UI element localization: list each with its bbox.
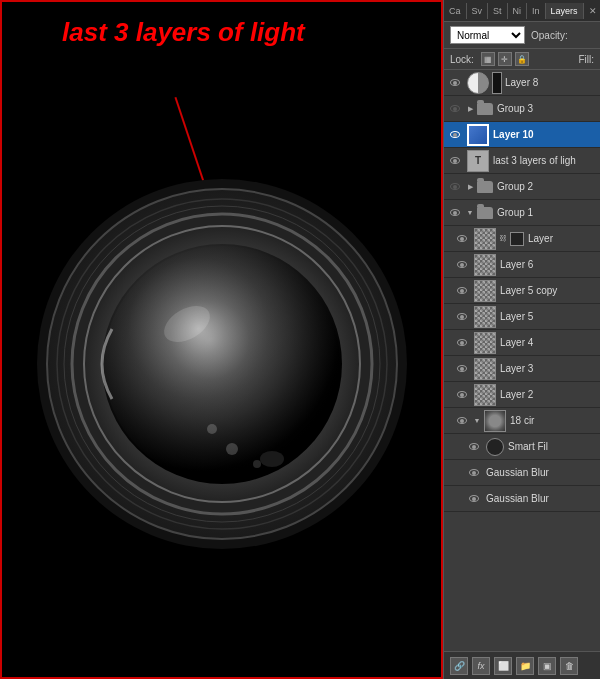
thumb-layer8 [467,72,489,94]
svg-point-6 [104,246,340,482]
eye-icon-group2[interactable] [447,179,463,195]
eye-icon-layer2[interactable] [454,387,470,403]
fx-icon[interactable]: fx [472,657,490,675]
eye-icon-group1[interactable] [447,205,463,221]
eye-icon-layer5[interactable] [454,309,470,325]
eye-icon-linked[interactable] [454,231,470,247]
thumb-layer3 [474,358,496,380]
blend-mode-row: Normal Opacity: [444,22,600,49]
layer-item-smartfil[interactable]: Smart Fil [444,434,600,460]
lens-svg [32,169,412,549]
eye-icon-layer10[interactable] [447,127,463,143]
panel-footer: 🔗 fx ⬜ 📁 ▣ 🗑 [444,651,600,679]
tab-ni[interactable]: Ni [508,3,528,19]
thumb-layer6 [474,254,496,276]
thumb-layer4 [474,332,496,354]
layer-name-layer2: Layer 2 [498,389,597,400]
layer-item-layer5copy[interactable]: Layer 5 copy [444,278,600,304]
expand-group1[interactable]: ▼ [465,208,475,218]
layer-name-18cir: 18 cir [508,415,597,426]
layer-item-linked[interactable]: ⛓ Layer [444,226,600,252]
layer-item-group1[interactable]: ▼ Group 1 [444,200,600,226]
svg-point-8 [260,451,284,467]
eye-icon-gaussian1[interactable] [466,465,482,481]
lock-label: Lock: [450,54,474,65]
layer-name-linked: Layer [526,233,597,244]
eye-icon-group3[interactable] [447,101,463,117]
tab-close[interactable]: ✕ [584,3,600,19]
layer-item-gaussian2[interactable]: Gaussian Blur [444,486,600,512]
link-icon[interactable]: 🔗 [450,657,468,675]
lock-pixels-icon[interactable]: ▦ [481,52,495,66]
thumb2-layer8 [492,72,502,94]
eye-icon-layer5copy[interactable] [454,283,470,299]
layer-name-smartfil: Smart Fil [506,441,597,452]
layer-item-layer6[interactable]: Layer 6 [444,252,600,278]
eye-icon-layer4[interactable] [454,335,470,351]
layer-item-layer2[interactable]: Layer 2 [444,382,600,408]
eye-icon-layer6[interactable] [454,257,470,273]
layer-item-group2[interactable]: ▶ Group 2 [444,174,600,200]
delete-layer-icon[interactable]: 🗑 [560,657,578,675]
layer-item-group3[interactable]: ▶ Group 3 [444,96,600,122]
layer-name-group3: Group 3 [495,103,597,114]
layers-panel: Ca Sv St Ni In Layers ✕ Normal Opacity: … [443,0,600,679]
layer-name-layer8: Layer 8 [503,77,597,88]
layer-name-layer5copy: Layer 5 copy [498,285,597,296]
blend-mode-select[interactable]: Normal [450,26,525,44]
expand-18cir[interactable]: ▼ [472,416,482,426]
eye-icon-layer8[interactable] [447,75,463,91]
tab-sv[interactable]: Sv [467,3,489,19]
new-group-icon[interactable]: 📁 [516,657,534,675]
layer-name-layer4: Layer 4 [498,337,597,348]
annotation-text: last 3 layers of light [62,17,305,48]
fill-label: Fill: [578,54,594,65]
new-layer-icon[interactable]: ▣ [538,657,556,675]
eye-icon-smartfil[interactable] [466,439,482,455]
svg-point-10 [226,443,238,455]
eye-icon-layer3[interactable] [454,361,470,377]
tab-layers[interactable]: Layers [546,3,584,19]
thumb-layer5 [474,306,496,328]
layer-name-layer5: Layer 5 [498,311,597,322]
layer-name-layer10: Layer 10 [491,129,597,140]
layer-name-gaussian1: Gaussian Blur [484,467,597,478]
layer-name-layer6: Layer 6 [498,259,597,270]
layer-item-layer3[interactable]: Layer 3 [444,356,600,382]
layer-name-group1: Group 1 [495,207,597,218]
eye-icon-last3layers[interactable] [447,153,463,169]
thumb-layer5copy [474,280,496,302]
layer-item-layer5[interactable]: Layer 5 [444,304,600,330]
folder-icon-group3 [477,103,493,115]
opacity-label: Opacity: [531,30,568,41]
lock-move-icon[interactable]: ✛ [498,52,512,66]
layer-item-last3layers[interactable]: T last 3 layers of ligh [444,148,600,174]
svg-point-12 [207,424,217,434]
thumb-layer10 [467,124,489,146]
layer-name-gaussian2: Gaussian Blur [484,493,597,504]
thumb2-linked [510,232,524,246]
layer-item-layer10[interactable]: Layer 10 [444,122,600,148]
expand-group2[interactable]: ▶ [465,182,475,192]
tab-ca[interactable]: Ca [444,3,467,19]
mask-icon[interactable]: ⬜ [494,657,512,675]
thumb-layer2 [474,384,496,406]
layers-list: Layer 8 ▶ Group 3 Layer 10 T [444,70,600,651]
thumb-18cir [484,410,506,432]
eye-icon-gaussian2[interactable] [466,491,482,507]
layer-name-group2: Group 2 [495,181,597,192]
tab-in[interactable]: In [527,3,546,19]
lock-all-icon[interactable]: 🔒 [515,52,529,66]
tab-st[interactable]: St [488,3,508,19]
layer-item-layer4[interactable]: Layer 4 [444,330,600,356]
lock-row: Lock: ▦ ✛ 🔒 Fill: [444,49,600,70]
thumb-last3layers: T [467,150,489,172]
eye-icon-18cir[interactable] [454,413,470,429]
layer-item-layer8[interactable]: Layer 8 [444,70,600,96]
layer-name-last3layers: last 3 layers of ligh [491,155,597,166]
panel-tabs: Ca Sv St Ni In Layers ✕ [444,0,600,22]
folder-icon-group1 [477,207,493,219]
layer-item-gaussian1[interactable]: Gaussian Blur [444,460,600,486]
layer-item-18cir[interactable]: ▼ 18 cir [444,408,600,434]
expand-group3[interactable]: ▶ [465,104,475,114]
